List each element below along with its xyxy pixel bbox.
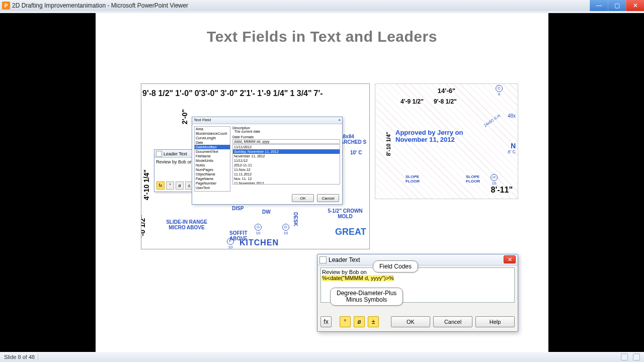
dim: 9'-8 1/2" <box>141 89 174 98</box>
marker-num: 10 <box>284 231 288 235</box>
label-arched: 48x84ARCHED S <box>340 134 366 145</box>
list-item[interactable]: 11.11.2012 <box>233 172 340 176</box>
dim: 7'- <box>313 89 324 98</box>
list-item[interactable]: Notes <box>195 163 230 167</box>
dialog-header[interactable]: Text Field × <box>192 117 342 124</box>
list-item[interactable]: CurveLength <box>195 136 230 140</box>
label-desk: DESK <box>292 212 298 226</box>
field-code-text: %<date("MMMM d, yyyy")>% <box>322 275 394 281</box>
list-item[interactable]: 11-Nov-12 <box>233 167 340 172</box>
floorplan-left: 9'-8 1/2" 1'-0" 0'3'-0" 3'-0" 2'1'- 1'-9… <box>141 83 370 249</box>
degree-button[interactable]: ° <box>166 182 174 190</box>
label-10c: 10' C <box>350 150 362 156</box>
status-bar: Slide 8 of 48 <box>0 352 644 362</box>
dim-vert: 2'-0" <box>181 109 189 124</box>
dim: 2'1'- <box>238 89 256 98</box>
leader-text-dialog-large: Leader Text ✕ Review by Bob on %<date("M… <box>317 254 518 332</box>
window-close-button[interactable]: ✕ <box>626 0 644 11</box>
statusbar-icon[interactable] <box>633 353 640 360</box>
dim: 3'-0" <box>219 89 239 98</box>
ok-button[interactable]: OK <box>292 194 314 202</box>
marker-circle: C <box>496 85 503 92</box>
list-item[interactable]: NumPages <box>195 167 230 172</box>
list-item[interactable]: FileName <box>195 154 230 158</box>
ok-button[interactable]: OK <box>391 316 430 327</box>
dim-vert: 8'-10 1/4" <box>385 132 391 156</box>
dialog-toolbar: fx ° ø ± OK Cancel Help <box>320 316 515 327</box>
approved-stamp: Approved by Jerry onNovember 11, 2012 <box>395 129 463 144</box>
label-dw: DW <box>262 210 271 215</box>
label-slope: SLOPEFLOOR <box>466 174 480 184</box>
list-item[interactable]: DocumentText <box>195 149 230 154</box>
list-item[interactable]: Date <box>195 140 230 145</box>
dim: 1'-9 1/4" <box>256 89 289 98</box>
list-item[interactable]: Area <box>195 127 230 131</box>
dialog-icon <box>156 151 162 157</box>
diameter-button[interactable]: ø <box>354 316 365 327</box>
app-icon: P <box>2 2 10 10</box>
list-item[interactable]: Nov. 11. 12 <box>233 176 340 181</box>
dialog-icon <box>319 256 327 263</box>
fx-button[interactable]: fx <box>320 316 332 327</box>
list-item-selected[interactable]: DateModified <box>195 145 230 149</box>
dim: 9'-8 1/2" <box>434 98 457 105</box>
close-icon[interactable]: × <box>338 118 341 123</box>
list-item[interactable]: ModelUnits <box>195 158 230 163</box>
marker-circle: G <box>255 224 262 231</box>
fx-button[interactable]: fx <box>156 182 165 190</box>
presentation-stage: Text Fields in Text and Leaders 9'-8 1/2… <box>0 13 644 352</box>
list-item[interactable]: 11/11/2012 <box>233 145 340 149</box>
list-item[interactable]: PageName <box>195 176 230 181</box>
marker-num: 10 <box>256 231 261 235</box>
dim: 1 3/4" <box>289 89 312 98</box>
degree-button[interactable]: ° <box>340 316 351 327</box>
label-8c: 8' C <box>508 149 516 154</box>
window-title: 2D Drafting Improvementanimation - Micro… <box>12 2 590 9</box>
label-n: N <box>511 142 516 150</box>
list-item[interactable]: 2012-11-11 <box>233 163 340 167</box>
format-hint[interactable]: dddd, MMMM dd, yyyy <box>232 139 340 144</box>
callout-field-codes: Field Codes <box>373 260 418 273</box>
label-crown: 5-1/2" CROWNMOLD <box>323 209 368 219</box>
format-label: Date Formats <box>232 135 340 139</box>
marker-num: 10 <box>492 181 497 186</box>
dialog-title: Text Field <box>194 118 211 123</box>
label-48x: 48x <box>508 113 516 119</box>
format-list[interactable]: 11/11/2012 Sunday, November 11, 2012 Nov… <box>232 144 340 185</box>
close-button[interactable]: ✕ <box>504 255 516 263</box>
callout-symbols: Degree-Diameter-PlusMinus Symbols <box>330 288 403 306</box>
label-slide-range: SLIDE-IN RANGEMICRO ABOVE <box>164 220 209 230</box>
list-item[interactable]: November 11, 2012 <box>233 154 340 158</box>
marker-num: 9 <box>498 92 500 97</box>
dim-vert: 4'-10 1/4" <box>142 169 150 200</box>
statusbar-icon[interactable] <box>621 353 628 360</box>
marker-circle: F <box>227 238 234 245</box>
cancel-button[interactable]: Cancel <box>433 316 472 327</box>
cancel-button[interactable]: Cancel <box>317 194 339 202</box>
window-minimize-button[interactable]: — <box>590 0 608 11</box>
text-line: Review by Bob on <box>322 269 513 275</box>
field-type-list[interactable]: Area BlockInstanceCount CurveLength Date… <box>194 126 230 192</box>
dialog-title: Leader Text <box>164 151 187 156</box>
list-item[interactable]: PageNumber <box>195 181 230 186</box>
slide-counter: Slide 8 of 48 <box>4 354 35 360</box>
dim: 8'-11" <box>491 186 513 195</box>
slide: Text Fields in Text and Leaders 9'-8 1/2… <box>96 13 548 352</box>
dim: 1'-0" <box>174 89 194 98</box>
list-item[interactable]: 11/11/12 <box>233 158 340 163</box>
list-item[interactable]: ObjectName <box>195 172 230 176</box>
diameter-button[interactable]: ø <box>176 182 184 190</box>
list-item[interactable]: UserText <box>195 186 230 190</box>
slide-title: Text Fields in Text and Leaders <box>96 28 548 45</box>
dim: 14'-6" <box>438 87 455 95</box>
list-item[interactable]: BlockInstanceCount <box>195 131 230 136</box>
window-titlebar: P 2D Drafting Improvementanimation - Mic… <box>0 0 644 11</box>
help-button[interactable]: Help <box>475 316 515 327</box>
list-item[interactable]: 11 November 2012 <box>233 181 340 185</box>
label-disp: DISP <box>232 206 244 212</box>
plusminus-button[interactable]: ± <box>368 316 379 327</box>
dim-vert: '-0 1/2" <box>141 215 146 238</box>
list-item-selected[interactable]: Sunday, November 11, 2012 <box>233 149 340 154</box>
marker-num: 10 <box>228 245 233 249</box>
window-maximize-button[interactable]: ▢ <box>608 0 626 11</box>
